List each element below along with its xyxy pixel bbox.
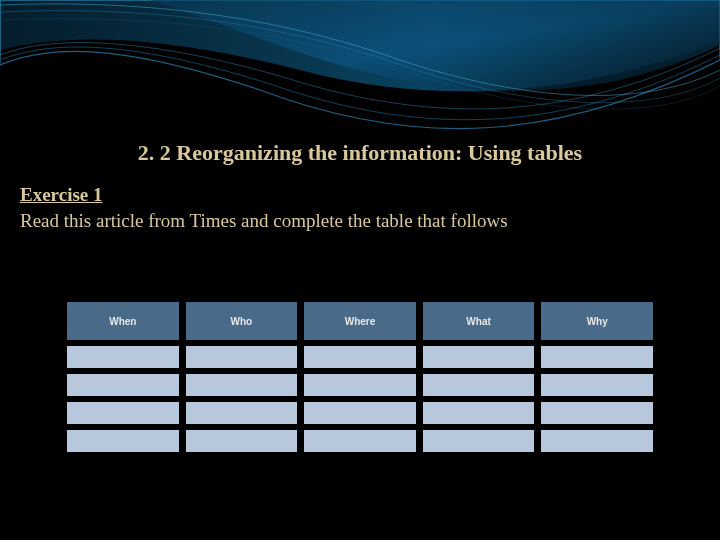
exercise-table: When Who Where What Why [60, 296, 660, 458]
table-row [67, 430, 653, 452]
slide: 2. 2 Reorganizing the information: Using… [0, 0, 720, 540]
col-when: When [67, 302, 179, 340]
cell[interactable] [186, 402, 298, 424]
instruction-text: Read this article from Times and complet… [20, 210, 700, 232]
cell[interactable] [423, 430, 535, 452]
cell[interactable] [423, 374, 535, 396]
col-why: Why [541, 302, 653, 340]
table-header-row: When Who Where What Why [67, 302, 653, 340]
cell[interactable] [541, 402, 653, 424]
cell[interactable] [541, 346, 653, 368]
cell[interactable] [423, 346, 535, 368]
table-row [67, 402, 653, 424]
cell[interactable] [423, 402, 535, 424]
col-what: What [423, 302, 535, 340]
cell[interactable] [186, 374, 298, 396]
cell[interactable] [304, 346, 416, 368]
table-row [67, 346, 653, 368]
col-where: Where [304, 302, 416, 340]
content-area: 2. 2 Reorganizing the information: Using… [0, 140, 720, 272]
cell[interactable] [304, 430, 416, 452]
cell[interactable] [304, 402, 416, 424]
cell[interactable] [67, 402, 179, 424]
cell[interactable] [541, 374, 653, 396]
cell[interactable] [67, 346, 179, 368]
table-row [67, 374, 653, 396]
section-title: 2. 2 Reorganizing the information: Using… [20, 140, 700, 166]
cell[interactable] [541, 430, 653, 452]
cell[interactable] [67, 374, 179, 396]
col-who: Who [186, 302, 298, 340]
cell[interactable] [186, 346, 298, 368]
exercise-label: Exercise 1 [20, 184, 700, 206]
cell[interactable] [304, 374, 416, 396]
cell[interactable] [186, 430, 298, 452]
cell[interactable] [67, 430, 179, 452]
